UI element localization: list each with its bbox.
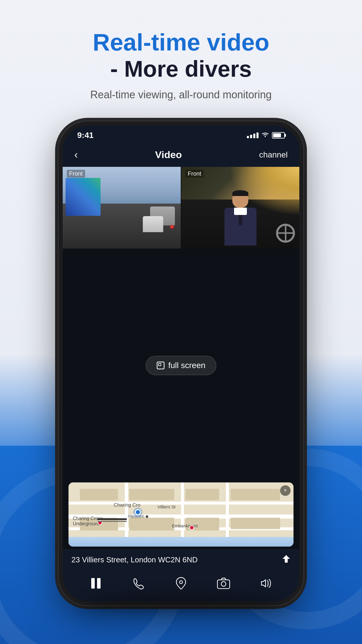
fullscreen-icon <box>157 361 165 370</box>
channel-button[interactable]: channel <box>259 150 288 160</box>
fullscreen-button[interactable]: full screen <box>146 356 216 375</box>
phone-icon <box>132 577 145 590</box>
svg-rect-4 <box>97 578 101 589</box>
volume-button[interactable] <box>260 578 273 589</box>
location-button[interactable] <box>175 577 187 590</box>
fullscreen-label: full screen <box>168 361 205 370</box>
camera-button[interactable] <box>217 578 230 589</box>
dark-video-area: full screen <box>63 249 299 482</box>
video-grid: Front <box>63 167 299 249</box>
status-icons <box>247 131 285 139</box>
map-close-button[interactable]: × <box>280 485 291 496</box>
navigate-icon[interactable] <box>282 554 291 565</box>
page-title: Video <box>155 149 182 160</box>
map-label-charing-cro: Charing Cro <box>114 502 140 508</box>
video-label-front1: Front <box>67 170 85 178</box>
river-area <box>68 537 294 547</box>
svg-point-5 <box>180 581 182 584</box>
phone-screen: 9:41 <box>63 125 299 601</box>
svg-point-0 <box>265 136 266 137</box>
pause-icon <box>89 577 102 590</box>
svg-rect-3 <box>91 578 95 589</box>
phone-mockup: 9:41 <box>59 121 303 606</box>
signal-icon <box>247 132 259 138</box>
driver-silhouette <box>220 190 261 249</box>
address-bar: 23 Villiers Street, London WC2N 6ND <box>63 550 299 570</box>
status-bar: 9:41 <box>63 125 299 143</box>
video-label-front2: Front <box>185 170 204 178</box>
video-cell-front-traffic[interactable]: Front <box>63 167 181 249</box>
header-title-line2: - More divers <box>90 55 272 83</box>
phone-shadow <box>83 594 279 611</box>
back-button[interactable]: ‹ <box>74 149 78 161</box>
call-button[interactable] <box>132 577 145 590</box>
map-label-villiers: Villiers St <box>157 504 175 509</box>
battery-icon <box>272 132 285 139</box>
map-station-embankment <box>189 525 194 530</box>
header-section: Real-time video - More divers Real-time … <box>90 29 272 101</box>
header-description: Real-time viewing, all-round monitoring <box>90 89 272 101</box>
svg-point-7 <box>221 582 226 586</box>
svg-rect-2 <box>159 363 161 366</box>
status-time: 9:41 <box>77 131 94 140</box>
header-title-line1: Real-time video <box>90 29 272 55</box>
steering-wheel <box>276 224 295 243</box>
volume-icon <box>260 578 273 589</box>
phone-outer-frame: 9:41 <box>59 121 303 606</box>
location-icon <box>175 577 187 590</box>
map-background: Charing CrossUnderground Charing Cro Hea… <box>68 482 294 547</box>
camera-icon <box>217 578 230 589</box>
svg-rect-6 <box>217 580 230 589</box>
navigation-bar: ‹ Video channel <box>63 143 299 167</box>
map-section: Charing CrossUnderground Charing Cro Hea… <box>68 482 294 547</box>
wifi-icon <box>261 131 269 139</box>
address-text: 23 Villiers Street, London WC2N 6ND <box>71 555 198 564</box>
video-section: Front <box>63 167 299 249</box>
map-container[interactable]: Charing CrossUnderground Charing Cro Hea… <box>68 482 294 547</box>
car2-decoration <box>143 216 163 232</box>
map-location-dot <box>135 509 141 515</box>
pause-button[interactable] <box>89 577 102 590</box>
video-cell-interior[interactable]: Front <box>181 167 299 249</box>
